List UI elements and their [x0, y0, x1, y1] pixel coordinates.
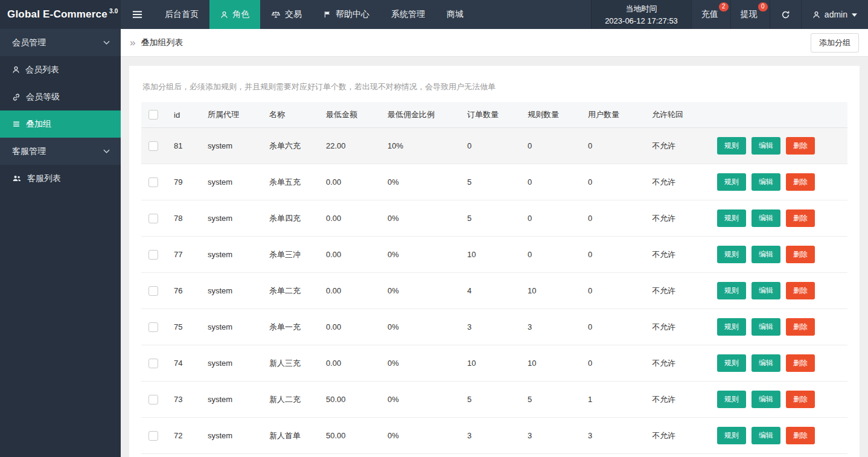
sidebar-item[interactable]: 客服列表 [0, 165, 121, 192]
column-header: 允许轮回 [647, 102, 712, 128]
cell-id: 81 [169, 128, 203, 164]
cell-loop: 不允许 [647, 382, 712, 418]
withdraw-label: 提现 [741, 9, 758, 20]
edit-button[interactable]: 编辑 [752, 391, 780, 408]
cell-id: 79 [169, 164, 203, 200]
recharge-button[interactable]: 充值 2 [691, 0, 730, 29]
cell-name: 杀单五充 [264, 164, 321, 200]
cell-agent: system [203, 237, 264, 273]
sidebar-item-label: 叠加组 [26, 119, 51, 130]
delete-button[interactable]: 删除 [786, 246, 815, 263]
sidebar-group[interactable]: 客服管理 [0, 138, 121, 165]
table-row: 73system新人二充50.000%551不允许规则编辑删除 [141, 382, 847, 418]
app-logo: Global E-Commerce 3.0 [0, 0, 121, 29]
row-checkbox[interactable] [148, 322, 158, 332]
edit-button[interactable]: 编辑 [752, 209, 780, 227]
user-menu[interactable]: admin [801, 0, 868, 29]
refresh-button[interactable] [770, 0, 801, 29]
cell-min_amount: 22.00 [321, 128, 383, 164]
edit-button[interactable]: 编辑 [752, 318, 780, 336]
add-group-button[interactable]: 添加分组 [811, 33, 859, 53]
balance-icon [271, 10, 281, 19]
delete-button[interactable]: 删除 [786, 354, 815, 372]
table-row: 76system杀单二充0.000%4100不允许规则编辑删除 [141, 273, 847, 309]
user-icon [812, 11, 820, 19]
row-checkbox[interactable] [148, 431, 158, 441]
app-logo-text: Global E-Commerce [7, 8, 107, 21]
rule-button[interactable]: 规则 [717, 137, 746, 155]
cell-rules: 0 [523, 237, 583, 273]
delete-button[interactable]: 删除 [786, 427, 815, 444]
sidebar-item-label: 会员列表 [25, 65, 59, 75]
layout: 会员管理会员列表会员等级叠加组客服管理客服列表 » 叠加组列表 添加分组 添加分… [0, 29, 868, 457]
select-all-checkbox[interactable] [148, 110, 158, 120]
rule-button[interactable]: 规则 [717, 246, 746, 263]
row-checkbox[interactable] [148, 214, 158, 223]
topnav-item-label: 商城 [447, 9, 464, 20]
edit-button[interactable]: 编辑 [752, 427, 780, 444]
delete-button[interactable]: 删除 [786, 209, 815, 227]
row-checkbox[interactable] [148, 395, 158, 404]
delete-button[interactable]: 删除 [786, 391, 815, 408]
rule-button[interactable]: 规则 [717, 282, 746, 299]
cell-loop: 不允许 [647, 273, 712, 309]
rule-button[interactable]: 规则 [717, 318, 746, 336]
edit-button[interactable]: 编辑 [752, 246, 780, 263]
edit-button[interactable]: 编辑 [752, 282, 780, 299]
edit-button[interactable]: 编辑 [752, 354, 780, 372]
cell-loop: 不允许 [647, 200, 712, 237]
sidebar: 会员管理会员列表会员等级叠加组客服管理客服列表 [0, 29, 121, 457]
cell-agent: system [203, 309, 264, 345]
topnav-item[interactable]: 商城 [436, 0, 474, 29]
delete-button[interactable]: 删除 [786, 137, 815, 155]
cell-users: 0 [583, 237, 647, 273]
cell-min_commission: 0% [383, 273, 462, 309]
rule-button[interactable]: 规则 [717, 173, 746, 191]
delete-button[interactable]: 删除 [786, 173, 815, 191]
groups-table: id所属代理名称最低金额最低佣金比例订单数量规则数量用户数量允许轮回 81sys… [141, 102, 847, 454]
cell-id: 72 [169, 418, 203, 454]
rule-button[interactable]: 规则 [717, 427, 746, 444]
edit-button[interactable]: 编辑 [752, 173, 780, 191]
delete-button[interactable]: 删除 [786, 282, 815, 299]
cell-name: 新人首单 [264, 418, 321, 454]
edit-button[interactable]: 编辑 [752, 137, 780, 155]
row-checkbox[interactable] [148, 286, 158, 296]
rule-button[interactable]: 规则 [717, 209, 746, 227]
sidebar-item[interactable]: 会员列表 [0, 56, 121, 83]
cell-orders: 4 [462, 273, 523, 309]
page-title: 叠加组列表 [141, 37, 183, 48]
sidebar-group[interactable]: 会员管理 [0, 29, 121, 56]
withdraw-button[interactable]: 提现 0 [730, 0, 770, 29]
row-checkbox[interactable] [148, 250, 158, 260]
cell-min_amount: 0.00 [321, 345, 383, 382]
rule-button[interactable]: 规则 [717, 354, 746, 372]
sidebar-item[interactable]: 叠加组 [0, 110, 121, 138]
cell-agent: system [203, 200, 264, 237]
cell-users: 0 [583, 128, 647, 164]
sidebar-item[interactable]: 会员等级 [0, 83, 121, 110]
topnav-item[interactable]: 帮助中心 [313, 0, 380, 29]
chevron-down-icon [103, 40, 110, 45]
cell-users: 0 [583, 273, 647, 309]
topnav-item[interactable]: 交易 [260, 0, 313, 29]
delete-button[interactable]: 删除 [786, 318, 815, 336]
sidebar-group-label: 客服管理 [12, 146, 46, 157]
cell-loop: 不允许 [647, 418, 712, 454]
topnav-menu: 后台首页角色交易帮助中心系统管理商城 [154, 0, 474, 29]
cell-agent: system [203, 164, 264, 200]
rule-button[interactable]: 规则 [717, 391, 746, 408]
topnav-item[interactable]: 角色 [209, 0, 260, 29]
link-icon [12, 93, 21, 101]
cell-id: 76 [169, 273, 203, 309]
topnav-item[interactable]: 后台首页 [154, 0, 209, 29]
row-checkbox[interactable] [148, 177, 158, 187]
recharge-badge: 2 [719, 2, 729, 11]
cell-orders: 10 [462, 345, 523, 382]
row-checkbox[interactable] [148, 359, 158, 368]
cell-loop: 不允许 [647, 128, 712, 164]
topnav-item[interactable]: 系统管理 [380, 0, 436, 29]
sidebar-toggle-button[interactable] [121, 0, 154, 29]
column-header: 订单数量 [462, 102, 523, 128]
row-checkbox[interactable] [148, 141, 158, 151]
